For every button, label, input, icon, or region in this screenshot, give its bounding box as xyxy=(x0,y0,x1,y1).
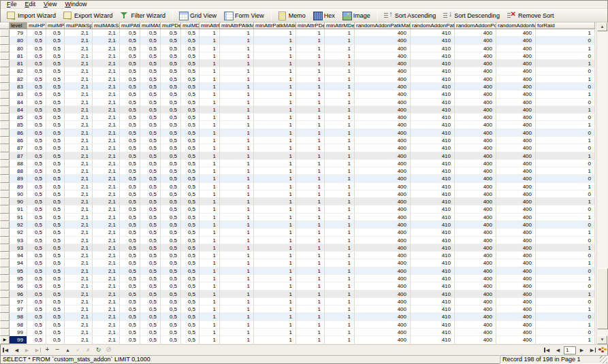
cell-randomAddonMdef[interactable]: 400 xyxy=(496,244,536,252)
cell-minAttrHPMP[interactable]: 1 xyxy=(199,129,220,137)
cell-mulMAtk[interactable]: 0,5 xyxy=(140,221,161,229)
cell-mulMAtkSpd[interactable]: 2,1 xyxy=(93,275,120,282)
row-selector[interactable] xyxy=(0,52,10,60)
cell-minAttrPDef[interactable]: 1 xyxy=(296,175,325,182)
cell-mulMAtkSpd[interactable]: 2,1 xyxy=(93,152,120,160)
cell-mulPAtk[interactable]: 0,5 xyxy=(120,99,140,106)
row-selector[interactable] xyxy=(0,214,10,221)
cell-mulMAtk[interactable]: 0,5 xyxy=(140,198,161,205)
cell-mulPAtkSpd[interactable]: 2,1 xyxy=(65,152,93,160)
cell-mulMDef[interactable]: 0,5 xyxy=(181,321,199,329)
cell-randomAddonPdef[interactable]: 400 xyxy=(455,37,496,44)
cell-mulMP[interactable]: 0,5 xyxy=(46,191,65,198)
cell-mulMP[interactable]: 0,5 xyxy=(46,152,65,160)
cell-mulMP[interactable]: 0,5 xyxy=(46,137,65,144)
cell-minAttrMDef[interactable]: 1 xyxy=(325,214,355,221)
cell-mulMAtk[interactable]: 0,5 xyxy=(140,275,161,282)
cell-randomAddonPdef[interactable]: 400 xyxy=(455,259,496,267)
cell-mulMP[interactable]: 0,5 xyxy=(46,67,65,75)
row-selector[interactable] xyxy=(0,282,10,290)
cell-minAttrPatkMAtkSpd[interactable]: 1 xyxy=(254,329,296,336)
cell-randomAddonMdef[interactable]: 400 xyxy=(496,198,536,205)
cell-mulHP[interactable]: 0,5 xyxy=(27,76,46,83)
cell-randomAddonPatkMatkSpd[interactable]: 400 xyxy=(355,329,411,336)
cell-minAttrPAtkMAtk[interactable]: 1 xyxy=(220,252,254,259)
cell-randomAddonPatkMatkSpd[interactable]: 400 xyxy=(355,282,411,290)
cell-mulMDef[interactable]: 0,5 xyxy=(181,291,199,298)
cell-randomAddonPatkMatkSpd[interactable]: 400 xyxy=(355,183,411,191)
cell-level[interactable]: 85 xyxy=(10,121,27,129)
cell-mulPAtkSpd[interactable]: 2,1 xyxy=(65,67,93,75)
cell-randomAddonMdef[interactable]: 400 xyxy=(496,106,536,114)
cell-minAttrMDef[interactable]: 1 xyxy=(325,29,355,37)
cell-mulMAtk[interactable]: 0,5 xyxy=(140,137,161,144)
cell-minAttrHPMP[interactable]: 1 xyxy=(199,67,220,75)
cell-minAttrPAtkMAtk[interactable]: 1 xyxy=(220,267,254,275)
cell-minAttrPDef[interactable]: 1 xyxy=(296,214,325,221)
cell-mulPDef[interactable]: 0,5 xyxy=(161,121,181,129)
cell-mulMDef[interactable]: 0,5 xyxy=(181,237,199,244)
cell-minAttrHPMP[interactable]: 1 xyxy=(199,275,220,282)
cell-randomAddonMdef[interactable]: 400 xyxy=(496,144,536,152)
cell-randomAddonPatkMAtk[interactable]: 410 xyxy=(411,205,455,213)
column-header-mulMDef[interactable]: mulMDef xyxy=(181,22,199,29)
cell-mulPAtkSpd[interactable]: 2,1 xyxy=(65,183,93,191)
cell-forRaid[interactable]: 0 xyxy=(536,83,595,90)
cell-randomAddonPatkMatkSpd[interactable]: 400 xyxy=(355,45,411,52)
cell-mulPAtk[interactable]: 0,5 xyxy=(120,175,140,182)
row-selector[interactable] xyxy=(0,259,10,267)
cell-minAttrMDef[interactable]: 1 xyxy=(325,52,355,60)
cell-minAttrPDef[interactable]: 1 xyxy=(296,160,325,167)
cell-minAttrPatkMAtkSpd[interactable]: 1 xyxy=(254,252,296,259)
cell-mulMAtk[interactable]: 0,5 xyxy=(140,244,161,252)
row-selector[interactable] xyxy=(0,106,10,114)
cell-minAttrPDef[interactable]: 1 xyxy=(296,244,325,252)
cell-minAttrMDef[interactable]: 1 xyxy=(325,90,355,98)
cell-mulPAtkSpd[interactable]: 2,1 xyxy=(65,106,93,114)
cell-randomAddonMdef[interactable]: 400 xyxy=(496,175,536,182)
cell-minAttrMDef[interactable]: 1 xyxy=(325,67,355,75)
cell-randomAddonPatkMatkSpd[interactable]: 400 xyxy=(355,67,411,75)
cell-forRaid[interactable]: 0 xyxy=(536,298,595,305)
cell-mulPAtk[interactable]: 0,5 xyxy=(120,160,140,167)
cell-level[interactable]: 90 xyxy=(10,198,27,205)
cell-mulMP[interactable]: 0,5 xyxy=(46,160,65,167)
cell-randomAddonPatkMatkSpd[interactable]: 400 xyxy=(355,205,411,213)
sort-ascending-button[interactable]: Sort Ascending xyxy=(381,10,441,22)
cell-minAttrPatkMAtkSpd[interactable]: 1 xyxy=(254,45,296,52)
cell-minAttrPatkMAtkSpd[interactable]: 1 xyxy=(254,244,296,252)
row-selector[interactable] xyxy=(0,37,10,44)
cell-mulMAtkSpd[interactable]: 2,1 xyxy=(93,52,120,60)
cell-mulMAtk[interactable]: 0,5 xyxy=(140,183,161,191)
cell-minAttrHPMP[interactable]: 1 xyxy=(199,329,220,336)
row-selector[interactable] xyxy=(0,244,10,252)
cell-mulPAtkSpd[interactable]: 2,1 xyxy=(65,90,93,98)
cell-mulHP[interactable]: 0,5 xyxy=(27,221,46,229)
cell-minAttrPAtkMAtk[interactable]: 1 xyxy=(220,99,254,106)
cell-randomAddonPatkMatkSpd[interactable]: 400 xyxy=(355,106,411,114)
cell-randomAddonMdef[interactable]: 400 xyxy=(496,282,536,290)
cell-randomAddonPdef[interactable]: 400 xyxy=(455,114,496,121)
column-header-minAttrPAtkMAtk[interactable]: minAttrPAtkMAtk xyxy=(220,22,254,29)
cell-mulMAtk[interactable]: 0,5 xyxy=(140,305,161,313)
cell-mulPAtk[interactable]: 0,5 xyxy=(120,305,140,313)
cell-mulMDef[interactable]: 0,5 xyxy=(181,67,199,75)
cell-minAttrPDef[interactable]: 1 xyxy=(296,198,325,205)
cell-randomAddonPatkMatkSpd[interactable]: 400 xyxy=(355,313,411,320)
cell-forRaid[interactable]: 1 xyxy=(536,305,595,313)
prev-page-button[interactable]: ◀ xyxy=(554,346,562,354)
cell-mulMAtk[interactable]: 0,5 xyxy=(140,321,161,329)
cell-level[interactable]: 98 xyxy=(10,321,27,329)
row-selector[interactable] xyxy=(0,321,10,329)
cell-mulPAtk[interactable]: 0,5 xyxy=(120,76,140,83)
cell-mulHP[interactable]: 0,5 xyxy=(27,298,46,305)
cell-mulPAtk[interactable]: 0,5 xyxy=(120,29,140,37)
cell-randomAddonPatkMatkSpd[interactable]: 400 xyxy=(355,129,411,137)
cell-forRaid[interactable]: 1 xyxy=(536,45,595,52)
cell-mulHP[interactable]: 0,5 xyxy=(27,214,46,221)
cell-minAttrPAtkMAtk[interactable]: 1 xyxy=(220,83,254,90)
cell-randomAddonPdef[interactable]: 400 xyxy=(455,175,496,182)
form-view-button[interactable]: Form View xyxy=(221,10,268,22)
cell-minAttrMDef[interactable]: 1 xyxy=(325,167,355,175)
row-selector[interactable] xyxy=(0,137,10,144)
